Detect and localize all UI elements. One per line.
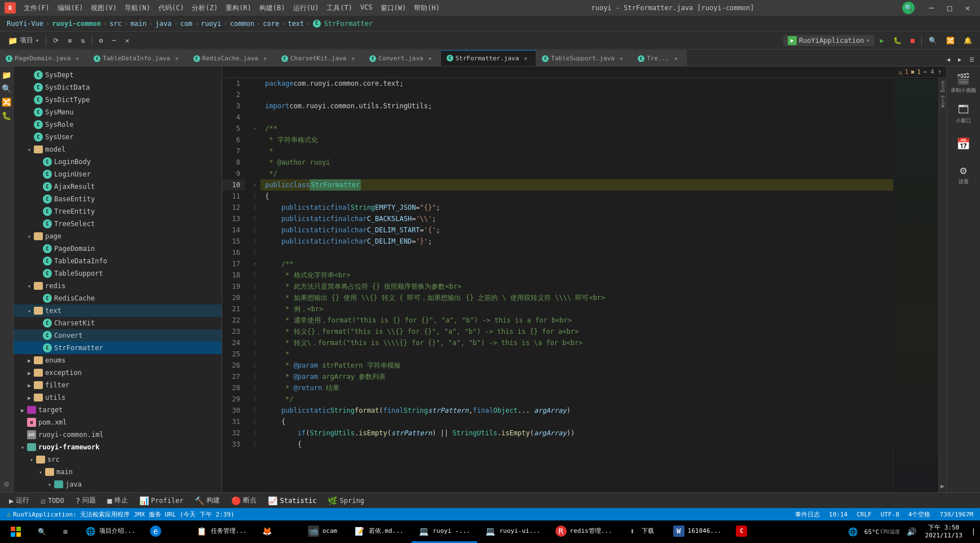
tree-item-target[interactable]: ▶ target — [14, 404, 222, 416]
tree-item-sysmenu[interactable]: C SysMenu — [14, 106, 222, 118]
taskbar-show-desktop[interactable]: | — [969, 528, 978, 536]
taskbar-app-ocam[interactable]: 📹 ocam — [301, 520, 346, 543]
bottom-btn-todo[interactable]: ☑ TODO — [36, 495, 68, 507]
breadcrumb-strformatter[interactable]: StrFormatter — [324, 20, 373, 28]
tree-item-model[interactable]: ▾ model — [14, 143, 222, 156]
breadcrumb-ruoyi[interactable]: ruoyi — [201, 20, 221, 28]
search-everywhere-icon[interactable]: 🔍 — [902, 2, 915, 14]
activity-icon-settings[interactable]: ⚙ — [1, 478, 13, 490]
tree-item-src[interactable]: ▾ src — [14, 453, 222, 466]
toolbar-x[interactable]: ✕ — [122, 34, 133, 47]
breadcrumb-com[interactable]: com — [180, 20, 192, 28]
search-btn[interactable]: 🔍 — [925, 34, 941, 47]
word-book-label[interactable]: Word Book — [940, 80, 946, 108]
taskbar-app-redis[interactable]: R redis管理... — [549, 520, 619, 543]
menu-build[interactable]: 构建(B) — [256, 2, 289, 14]
tree-item-sysdicttype[interactable]: C SysDictType — [14, 94, 222, 106]
tree-item-charsetkit[interactable]: C CharsetKit — [14, 317, 222, 329]
toolbar-settings[interactable]: ⚙ — [96, 34, 107, 47]
tab-rediscachejava[interactable]: C RedisCache.java ✕ — [188, 50, 276, 66]
maximize-button[interactable]: □ — [942, 2, 957, 14]
tree-item-main[interactable]: ▾ main — [14, 466, 222, 478]
tree-item-sysdictdata[interactable]: C SysDictData — [14, 81, 222, 94]
tree-item-baseentity[interactable]: C BaseEntity — [14, 193, 222, 205]
taskbar-app-download[interactable]: ⬇ 下载 — [620, 520, 665, 543]
minimap[interactable] — [893, 78, 938, 492]
breadcrumb-core[interactable]: core — [263, 20, 279, 28]
tab-tre[interactable]: C Tre... ✕ — [632, 50, 687, 66]
tree-item-exception[interactable]: ▶ exception — [14, 367, 222, 379]
breadcrumb-main[interactable]: main — [130, 20, 147, 28]
activity-icon-4[interactable]: 🐛 — [1, 109, 13, 122]
tree-item-iml[interactable]: iml ruoyi-common.iml — [14, 429, 222, 441]
menu-view[interactable]: 视图(V) — [87, 2, 120, 14]
fold-5[interactable]: ▾ — [249, 123, 261, 134]
tab-close[interactable]: ✕ — [348, 54, 357, 63]
taskbar-temp[interactable]: 65°C CPU温度 — [862, 528, 902, 536]
tree-item-sysuser[interactable]: C SysUser — [14, 131, 222, 143]
tab-tablesupportjava[interactable]: C TableSupport.java ✕ — [536, 50, 632, 66]
fold-10[interactable]: ▾ — [249, 179, 261, 191]
tab-menu[interactable]: ☰ — [966, 52, 978, 66]
breadcrumb-text[interactable]: text — [288, 20, 304, 28]
status-indent[interactable]: 4个空格 — [906, 510, 933, 519]
tab-close[interactable]: ✕ — [617, 54, 626, 63]
toolbar-sort[interactable]: ⇅ — [77, 34, 88, 47]
taskbar-app-intro[interactable]: 🌐 项目介绍... — [78, 520, 142, 543]
start-button[interactable] — [2, 520, 29, 543]
tab-strformatterjava[interactable]: C StrFormatter.java ✕ — [441, 50, 537, 66]
tree-item-tablesupport[interactable]: C TableSupport — [14, 267, 222, 280]
tree-item-treeselect[interactable]: C TreeSelect — [14, 218, 222, 230]
tree-item-page[interactable]: ▾ page — [14, 230, 222, 242]
run-btn[interactable]: ▶ — [877, 34, 888, 47]
breadcrumb-src[interactable]: src — [109, 20, 122, 28]
tree-item-strformatter[interactable]: C StrFormatter — [14, 342, 222, 354]
status-encoding[interactable]: UTF-8 — [879, 511, 902, 518]
bottom-btn-build[interactable]: 🔨 构建 — [190, 495, 224, 507]
taskbar-app-edge[interactable]: e — [143, 520, 188, 543]
project-view-btn[interactable]: 📁 项目 ▾ — [5, 34, 42, 47]
taskbar-app-ruoyi-ui[interactable]: 💻 ruoyi-ui... — [478, 520, 548, 543]
tree-item-utils[interactable]: ▶ utils — [14, 391, 222, 404]
taskbar-app-word[interactable]: W 161046... — [666, 520, 729, 543]
tab-charsetkitjava[interactable]: C CharsetKit.java ✕ — [276, 50, 364, 66]
tree-item-ajaxresult[interactable]: C AjaxResult — [14, 180, 222, 193]
right-panel-record[interactable]: 🎬 录制小视频 — [950, 69, 978, 97]
menu-refactor[interactable]: 重构(R) — [222, 2, 255, 14]
run-config-selector[interactable]: ▶ RuoYiApplication ▾ — [783, 35, 875, 46]
breadcrumb-common[interactable]: common — [230, 20, 254, 28]
tab-close[interactable]: ✕ — [261, 54, 270, 63]
bottom-btn-question[interactable]: ? 问题 — [71, 495, 100, 507]
debug-btn[interactable]: 🐛 — [890, 34, 905, 47]
bottom-btn-spring[interactable]: 🌿 Spring — [323, 495, 368, 507]
bottom-btn-stop[interactable]: ■ 终止 — [103, 495, 132, 507]
right-panel-settings[interactable]: ⚙ 设置 — [950, 160, 978, 188]
activity-icon-1[interactable]: 📁 — [1, 69, 13, 81]
close-button[interactable]: ✕ — [960, 2, 975, 14]
tree-item-java[interactable]: ▾ java — [14, 478, 222, 491]
taskbar-time[interactable]: 下午 3:50 2021/11/13 — [921, 524, 967, 540]
menu-navigate[interactable]: 导航(N) — [121, 2, 154, 14]
taskbar-app-ruoyi[interactable]: 💻 ruoyi -... — [412, 520, 477, 543]
notifications-btn[interactable]: 🔔 — [960, 34, 975, 47]
tree-item-rediscache[interactable]: C RedisCache — [14, 292, 222, 304]
git-btn[interactable]: 🔀 — [943, 34, 958, 47]
taskbar-search[interactable]: 🔍 — [30, 520, 53, 543]
tab-close[interactable]: ✕ — [73, 54, 82, 63]
menu-vcs[interactable]: VCS — [357, 2, 376, 14]
tab-convertjava[interactable]: C Convert.java ✕ — [364, 50, 440, 66]
toolbar-close[interactable]: ─ — [109, 34, 120, 47]
menu-help[interactable]: 帮助(H) — [410, 2, 443, 14]
toolbar-sync[interactable]: ⟳ — [50, 34, 62, 47]
status-notification[interactable]: ⚠ RuoYiApplication: 无法检索应用程序 JMX 服务 URL … — [5, 510, 788, 519]
status-line-col[interactable]: 10:14 — [827, 511, 850, 518]
menu-edit[interactable]: 编辑(E) — [54, 2, 87, 14]
tab-close[interactable]: ✕ — [173, 54, 182, 63]
fold-17[interactable]: ▾ — [249, 258, 261, 270]
taskbar-app-firefox[interactable]: 🦊 — [255, 520, 300, 543]
tree-item-ruoyi-framework[interactable]: ▾ ruoyi-framework — [14, 441, 222, 453]
right-panel-calendar[interactable]: 📅 — [950, 130, 978, 158]
tree-item-filter[interactable]: ▶ filter — [14, 379, 222, 391]
breadcrumb-ruoyi-common[interactable]: ruoyi-common — [52, 20, 101, 28]
activity-icon-3[interactable]: 🔀 — [1, 96, 13, 108]
